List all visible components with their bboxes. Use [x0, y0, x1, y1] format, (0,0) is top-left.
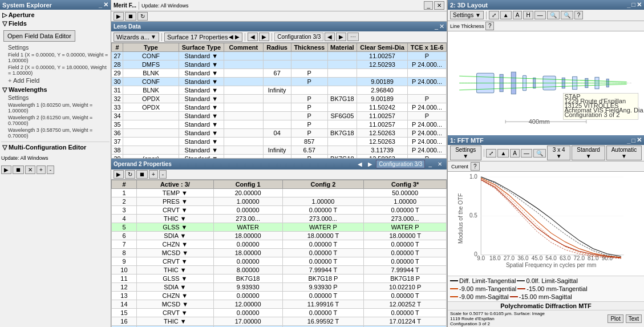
operand-cell[interactable]: TEMP ▼: [136, 189, 213, 197]
op-toolbar-1[interactable]: ▶: [114, 170, 124, 179]
operand-table-row[interactable]: 3CRVT ▼0.000000.00000 T0.00000 T: [112, 206, 447, 215]
operand-cell[interactable]: CRVT ▼: [136, 257, 213, 266]
lens-cell[interactable]: [224, 52, 264, 60]
layout-btn-6[interactable]: 🔍: [547, 11, 560, 19]
operand-cell[interactable]: 13: [112, 292, 137, 300]
lens-cell[interactable]: P 24.000...: [408, 78, 447, 86]
lens-cell[interactable]: [263, 155, 291, 159]
layout-btn-1[interactable]: ⤢: [489, 11, 499, 19]
operand-table-row[interactable]: 16THIC ▼17.0000016.99592 T17.01224 T: [112, 317, 447, 326]
operand-cell[interactable]: THIC ▼: [136, 215, 213, 223]
lens-cell[interactable]: P: [291, 95, 327, 103]
lens-min-icon[interactable]: _: [435, 23, 438, 30]
lens-cell[interactable]: 11.50242: [357, 103, 407, 112]
lens-cell[interactable]: BK7G18: [327, 129, 357, 138]
mtf-auto-btn[interactable]: Automatic ▼: [606, 146, 642, 160]
lens-cell[interactable]: [224, 103, 264, 112]
lens-cell[interactable]: Infinity: [263, 86, 291, 95]
layout-btn-3[interactable]: A: [513, 11, 523, 19]
lens-cell[interactable]: P: [291, 103, 327, 112]
lens-more-btn[interactable]: ⋯: [347, 33, 359, 41]
lens-cell[interactable]: Standard ▼: [179, 78, 224, 86]
lens-cell[interactable]: Standard ▼: [179, 69, 224, 78]
lens-table-row[interactable]: 39(aper)Standard ▼PBK7G1812.50263P: [112, 155, 447, 159]
lens-cell[interactable]: Infinity: [263, 146, 291, 155]
lens-cell[interactable]: P: [408, 112, 447, 120]
lens-cell[interactable]: [291, 86, 327, 95]
lens-cell[interactable]: CONF: [123, 78, 179, 86]
lens-cell[interactable]: P 24.000...: [408, 103, 447, 112]
lens-table-row[interactable]: 33OPDXStandard ▼P11.50242P 24.000...: [112, 103, 447, 112]
operand-cell[interactable]: 10.02210 P: [364, 283, 447, 292]
lens-cell[interactable]: P: [408, 155, 447, 159]
operand-cell[interactable]: 0.00000 T: [282, 309, 364, 317]
lens-config-nav-right[interactable]: ▶: [336, 33, 346, 41]
wavelengths-section[interactable]: ▽ Wavelengths: [1, 86, 110, 94]
lens-cell[interactable]: [263, 95, 291, 103]
operand-cell[interactable]: 16.99592 T: [282, 317, 364, 326]
toolbar-btn-1[interactable]: ▶: [1, 165, 11, 174]
operand-cell[interactable]: 15: [112, 309, 137, 317]
operand-cell[interactable]: GLSS ▼: [136, 274, 213, 283]
operand-table-row[interactable]: 15CRVT ▼0.000000.00000 T0.00000 T: [112, 309, 447, 317]
lens-cell[interactable]: [327, 120, 357, 129]
op-toolbar-3[interactable]: ⏹: [136, 170, 148, 179]
lens-cell[interactable]: 37: [112, 138, 123, 146]
operand-cell[interactable]: SDIA ▼: [136, 232, 213, 240]
operand-cell[interactable]: 273.000...: [282, 215, 364, 223]
operand-cell[interactable]: 12.00252 T: [364, 300, 447, 309]
operand-cell[interactable]: 18.00000 T: [364, 232, 447, 240]
lens-cell[interactable]: P 24.000...: [408, 60, 447, 69]
lens-cell[interactable]: Standard ▼: [179, 103, 224, 112]
mtf-current-help[interactable]: ?: [471, 162, 480, 171]
operand-cell[interactable]: 11: [112, 274, 137, 283]
layout-min-icon[interactable]: _: [627, 1, 630, 9]
lens-cell[interactable]: [263, 78, 291, 86]
operand-cell[interactable]: 6: [112, 232, 137, 240]
operand-cell[interactable]: SDIA ▼: [136, 283, 213, 292]
operand-table-row[interactable]: 10THIC ▼8.000007.99944 T7.99944 T: [112, 266, 447, 274]
toolbar-btn-2[interactable]: ⏹: [13, 165, 24, 174]
mtf-btn-1[interactable]: ⤢: [486, 149, 496, 158]
lens-cell[interactable]: [357, 69, 407, 78]
lens-cell[interactable]: [123, 146, 179, 155]
mtf-resolution-btn[interactable]: 3 x 4 ▼: [547, 146, 570, 160]
operand-cell[interactable]: CHZN ▼: [136, 240, 213, 249]
operand-table-row[interactable]: 4THIC ▼273.00...273.000...273.000...: [112, 215, 447, 223]
operand-cell[interactable]: 0.00000 T: [282, 249, 364, 257]
lens-table-row[interactable]: 38Standard ▼Infinity6.573.11739P 24.000.…: [112, 146, 447, 155]
operand-cell[interactable]: THIC ▼: [136, 266, 213, 274]
operand-cell[interactable]: 18.00000: [213, 232, 282, 240]
lens-cell[interactable]: 38: [112, 146, 123, 155]
merit-toolbar-refresh[interactable]: ↻: [137, 12, 148, 21]
lens-cell[interactable]: [224, 129, 264, 138]
lens-cell[interactable]: Standard ▼: [179, 138, 224, 146]
operand-cell[interactable]: 16: [112, 317, 137, 326]
operand-table-row[interactable]: 5GLSS ▼WATERWATER PWATER P: [112, 223, 447, 232]
operand-close-btn[interactable]: ✕: [435, 160, 444, 168]
operand-cell[interactable]: 18.00000: [213, 249, 282, 257]
lens-cell[interactable]: 33: [112, 103, 123, 112]
operand-cell[interactable]: 0.00000 T: [282, 292, 364, 300]
lens-cell[interactable]: [224, 78, 264, 86]
mtf-standard-btn[interactable]: Standard ▼: [572, 146, 605, 160]
lens-cell[interactable]: 12.50263: [357, 129, 407, 138]
mtf-close-icon[interactable]: ✕: [637, 136, 642, 144]
lens-cell[interactable]: [327, 69, 357, 78]
lens-cell[interactable]: BK7G18: [327, 155, 357, 159]
fields-section[interactable]: ▽ Fields: [1, 19, 110, 28]
operand-cell[interactable]: 0.00000: [213, 240, 282, 249]
operand-cell[interactable]: 1.00000: [364, 197, 447, 206]
operand-nav-left[interactable]: ◀: [355, 160, 364, 168]
operand-cell[interactable]: 7: [112, 240, 137, 249]
lens-cell[interactable]: 28: [112, 60, 123, 69]
lens-table-row[interactable]: 27CONFStandard ▼11.00257P: [112, 52, 447, 60]
operand-table-row[interactable]: 13CHZN ▼0.000000.00000 T0.00000 T: [112, 292, 447, 300]
operand-cell[interactable]: 0.00000 T: [282, 257, 364, 266]
merit-close-btn[interactable]: ✕: [434, 1, 444, 10]
close-icon[interactable]: ✕: [103, 1, 108, 9]
mtf-btn-5[interactable]: 🔍: [533, 149, 546, 158]
aperture-section[interactable]: ▷ Aperture: [1, 11, 110, 19]
lens-cell[interactable]: [327, 60, 357, 69]
lens-table-row[interactable]: 28DMFSStandard ▼12.50293P 24.000...: [112, 60, 447, 69]
